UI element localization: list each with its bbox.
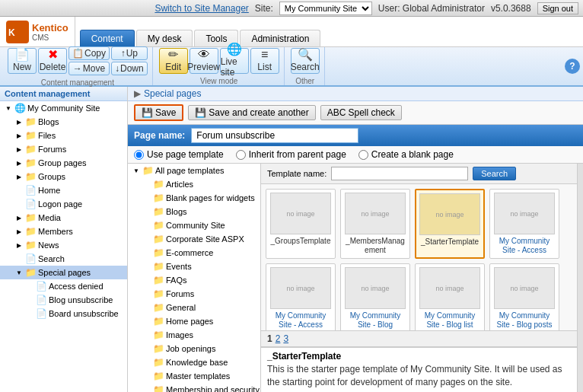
tree-item-logon[interactable]: 📄 Logon page [0,197,127,211]
tpl-tree-blogs[interactable]: 📁 Blogs [128,205,260,218]
tpl-tree-ecommerce[interactable]: 📁 E-commerce [128,246,260,260]
list-button[interactable]: ≡ List [250,48,279,74]
forums-label: Forums [37,145,66,154]
live-site-button[interactable]: 🌐 Live site [220,48,249,74]
tree-item-group-pages[interactable]: ▶ 📁 Group pages [0,156,127,170]
template-cell-access-denied[interactable]: no image My Community Site - Access Deni… [266,263,336,330]
tpl-tree-knowledge[interactable]: 📁 Knowledge base [128,355,260,369]
save-button[interactable]: 💾 Save [134,104,183,121]
template-name-input[interactable] [331,167,468,180]
delete-label: Delete [40,62,66,72]
tree-item-blog-unsub[interactable]: 📄 Blog unsubscribe [0,293,127,307]
tree-item-access-denied[interactable]: 📄 Access denied [0,279,127,293]
toggle-groups[interactable]: ▶ [14,171,24,182]
help-button[interactable]: ? [565,59,580,74]
template-search-button[interactable]: Search [473,167,516,180]
new-button[interactable]: 📄 New [8,48,37,74]
page-2[interactable]: 2 [276,333,281,344]
tree-item-board-unsub[interactable]: 📄 Board unsubscribe [0,307,127,320]
inherit-option[interactable]: Inherit from parent page [236,149,346,160]
template-cell-blog-posts[interactable]: no image My Community Site - Blog posts [489,263,559,330]
toolbar-row-view: ✏ Edit 👁 Preview 🌐 Live site ≡ List [159,48,279,74]
tpl-tree-home-pages[interactable]: 📁 Home pages [128,314,260,328]
down-button[interactable]: ↓ Down [111,62,148,75]
page-1[interactable]: 1 [267,333,272,344]
tree-item-site[interactable]: ▼ 🌐 My Community Site [0,101,127,115]
toggle-members[interactable]: ▶ [14,226,24,237]
blank-option[interactable]: Create a blank page [358,149,454,160]
move-button[interactable]: → Move [68,62,110,75]
search-button[interactable]: 🔍 Search [291,48,320,74]
switch-site-manager-link[interactable]: Switch to Site Manager [155,3,248,14]
logon-icon: 📄 [24,198,37,210]
tpl-tree-master[interactable]: 📁 Master templates [128,369,260,383]
toggle-media[interactable]: ▶ [14,212,24,223]
tab-administration[interactable]: Administration [240,30,320,46]
members-label: Members [37,227,73,236]
live-icon: 🌐 [227,43,242,56]
up-button[interactable]: ↑ Up [111,46,148,60]
template-cell-blog-list[interactable]: no image My Community Site - Blog list [415,263,485,330]
sign-out-button[interactable]: Sign out [537,2,578,14]
tpl-tree-general[interactable]: 📁 General [128,301,260,314]
template-thumb-access: no image [494,193,555,234]
tpl-toggle-all[interactable]: ▼ [131,165,142,176]
toggle-site[interactable]: ▼ [3,103,14,113]
tpl-tree-images[interactable]: 📁 Images [128,328,260,342]
tree-item-forums[interactable]: ▶ 📁 Forums [0,142,127,156]
tree-item-files[interactable]: ▶ 📁 Files [0,129,127,142]
tab-content[interactable]: Content [80,30,135,46]
edit-button[interactable]: ✏ Edit [159,48,188,74]
tpl-tree-all[interactable]: ▼ 📁 All page templates [128,164,260,177]
toggle-special-pages[interactable]: ▼ [14,267,24,278]
use-template-option[interactable]: Use page template [134,149,224,160]
tree-item-home[interactable]: 📄 Home [0,183,127,197]
vertical-scrollbar[interactable] [577,164,583,392]
tree-item-search[interactable]: 📄 Search [0,252,127,266]
template-cell-starter[interactable]: no image _StarterTemplate [415,189,485,259]
template-cell-groups[interactable]: no image _GroupsTemplate [266,189,336,259]
tpl-tree-faqs[interactable]: 📁 FAQs [128,273,260,287]
tree-item-news[interactable]: ▶ 📁 News [0,238,127,252]
tpl-tree-forums[interactable]: 📁 Forums [128,287,260,301]
tree-item-special-pages[interactable]: ▼ 📁 Special pages [0,266,127,279]
blank-radio[interactable] [358,150,368,160]
toggle-blog-unsub [24,295,35,305]
toggle-news[interactable]: ▶ [14,240,24,250]
template-cell-members[interactable]: no image _MembersManagement [340,189,410,259]
tpl-tree-corp[interactable]: 📁 Corporate Site ASPX [128,232,260,246]
page-3[interactable]: 3 [283,333,288,344]
tree-item-blogs[interactable]: ▶ 📁 Blogs [0,115,127,129]
tpl-toggle-blogs [142,206,152,217]
inherit-radio[interactable] [236,150,246,160]
tree-item-media[interactable]: ▶ 📁 Media [0,211,127,225]
preview-button[interactable]: 👁 Preview [190,48,218,74]
breadcrumb-bar: ▶ Special pages [128,87,583,101]
toggle-blogs[interactable]: ▶ [14,116,24,127]
groups-icon: 📁 [24,171,37,183]
delete-button[interactable]: ✖ Delete [38,48,67,74]
copy-button[interactable]: 📋 Copy [68,46,110,60]
tpl-tree-events[interactable]: 📁 Events [128,260,260,273]
tpl-tree-blank[interactable]: 📁 Blank pages for widgets [128,191,260,205]
save-create-button[interactable]: 💾 Save and create another [188,105,315,120]
use-template-radio[interactable] [134,150,144,160]
breadcrumb-special-pages[interactable]: Special pages [144,88,201,99]
template-cell-access[interactable]: no image My Community Site - Access [489,189,559,259]
template-cell-blog-creation[interactable]: no image My Community Site - Blog creati… [340,263,410,330]
save-create-icon: 💾 [195,107,206,118]
tpl-tree-articles[interactable]: 📁 Articles [128,177,260,191]
site-select[interactable]: My Community Site [279,2,372,15]
tab-mydesk[interactable]: My desk [136,30,193,46]
toggle-files[interactable]: ▶ [14,130,24,141]
tpl-tree-membership[interactable]: 📁 Membership and security [128,383,260,392]
tpl-tree-community[interactable]: 📁 Community Site [128,218,260,232]
toggle-group-pages[interactable]: ▶ [14,158,24,168]
page-name-input[interactable] [191,128,358,143]
tpl-tree-job[interactable]: 📁 Job openings [128,342,260,355]
tree-item-members[interactable]: ▶ 📁 Members [0,225,127,238]
tpl-blank-icon: 📁 [152,192,164,204]
toggle-forums[interactable]: ▶ [14,144,24,155]
spell-check-button[interactable]: ABC Spell check [320,105,402,120]
tree-item-groups[interactable]: ▶ 📁 Groups [0,170,127,183]
